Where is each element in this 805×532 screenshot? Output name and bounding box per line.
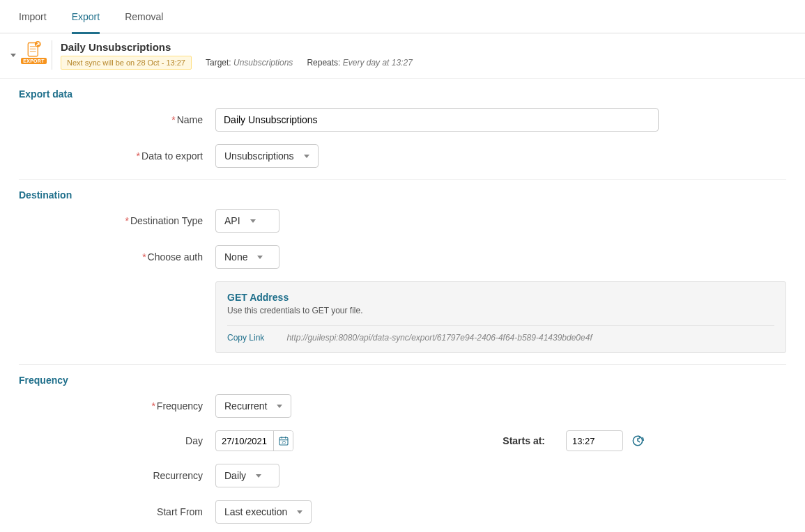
repeats-value: Every day at 13:27 — [343, 58, 413, 68]
row-name: *Name — [19, 108, 786, 132]
label-day: Day — [19, 435, 215, 446]
recurrency-select[interactable]: Daily — [215, 464, 279, 487]
get-address-desc: Use this credentials to GET your file. — [227, 306, 774, 315]
target-label: Target: — [206, 58, 231, 68]
target-value: Unsubscriptions — [233, 58, 293, 68]
starts-at-input[interactable] — [566, 430, 623, 451]
chevron-down-icon — [277, 405, 282, 408]
time-now-button[interactable] — [629, 432, 647, 450]
get-url: http://guilespi:8080/api/data-sync/expor… — [286, 333, 592, 343]
header-dropdown-icon[interactable] — [10, 54, 16, 57]
tab-import[interactable]: Import — [19, 0, 47, 33]
repeats-label: Repeats: — [307, 58, 340, 68]
export-badge: EXPORT — [21, 58, 47, 64]
start-from-select[interactable]: Last execution — [215, 500, 312, 524]
label-recurrency: Recurrency — [19, 470, 215, 481]
frequency-select[interactable]: Recurrent — [215, 394, 291, 418]
file-export-icon — [24, 40, 44, 60]
calendar-icon: 25 — [278, 435, 289, 446]
export-icon: EXPORT — [22, 40, 52, 70]
get-address-title: GET Address — [227, 292, 774, 303]
section-title-frequency: Frequency — [0, 375, 805, 394]
row-start-from: Start From Last execution — [19, 500, 786, 524]
row-frequency: *Frequency Recurrent — [19, 394, 786, 418]
label-choose-auth: *Choose auth — [19, 251, 215, 263]
data-to-export-value: Unsubscriptions — [224, 150, 294, 162]
chevron-down-icon — [257, 256, 263, 259]
svg-text:25: 25 — [282, 440, 286, 444]
start-from-value: Last execution — [224, 506, 287, 517]
chevron-down-icon — [304, 155, 309, 158]
section-title-export-data: Export data — [0, 88, 805, 108]
section-destination: Destination *Destination Type API *Choos… — [0, 180, 805, 365]
label-start-from: Start From — [19, 506, 215, 517]
tabs: Import Export Removal — [0, 0, 805, 33]
page-title: Daily Unsubscriptions — [61, 41, 413, 53]
destination-type-select[interactable]: API — [215, 209, 279, 233]
label-destination-type: *Destination Type — [19, 215, 215, 226]
section-frequency: Frequency *Frequency Recurrent Day — [0, 365, 805, 532]
header-main: Daily Unsubscriptions Next sync will be … — [61, 41, 413, 70]
destination-type-value: API — [224, 215, 240, 226]
row-recurrency: Recurrency Daily — [19, 464, 786, 487]
next-sync-badge: Next sync will be on 28 Oct - 13:27 — [61, 56, 192, 70]
calendar-button[interactable]: 25 — [273, 430, 293, 451]
section-title-destination: Destination — [0, 189, 805, 209]
repeats-info: Repeats: Every day at 13:27 — [307, 58, 412, 68]
recurrency-value: Daily — [224, 470, 246, 481]
copy-link[interactable]: Copy Link — [227, 333, 264, 343]
name-input[interactable] — [215, 108, 659, 132]
page-header: EXPORT Daily Unsubscriptions Next sync w… — [0, 33, 805, 79]
tab-export[interactable]: Export — [72, 0, 100, 33]
row-choose-auth: *Choose auth None — [19, 245, 786, 269]
choose-auth-select[interactable]: None — [215, 245, 279, 269]
header-meta: Next sync will be on 28 Oct - 13:27 Targ… — [61, 56, 413, 70]
row-day: Day 25 — [19, 430, 786, 451]
clock-reset-icon — [631, 434, 645, 448]
target-info: Target: Unsubscriptions — [206, 58, 293, 68]
row-destination-type: *Destination Type API — [19, 209, 786, 233]
label-frequency: *Frequency — [19, 400, 215, 412]
chevron-down-icon — [250, 219, 256, 223]
form: Export data *Name *Data to export Unsubs… — [0, 79, 805, 532]
section-export-data: Export data *Name *Data to export Unsubs… — [0, 79, 805, 180]
data-to-export-select[interactable]: Unsubscriptions — [215, 144, 319, 168]
tab-removal[interactable]: Removal — [125, 0, 163, 33]
choose-auth-value: None — [224, 251, 247, 263]
day-input-group: 25 — [215, 430, 293, 451]
chevron-down-icon — [297, 510, 302, 514]
label-starts-at: Starts at: — [468, 435, 566, 446]
get-address-panel: GET Address Use this credentials to GET … — [215, 281, 786, 353]
label-data-to-export: *Data to export — [19, 150, 215, 162]
label-name: *Name — [19, 114, 215, 125]
day-input[interactable] — [216, 436, 273, 446]
chevron-down-icon — [256, 474, 261, 478]
frequency-value: Recurrent — [224, 400, 267, 412]
row-data-to-export: *Data to export Unsubscriptions — [19, 144, 786, 168]
